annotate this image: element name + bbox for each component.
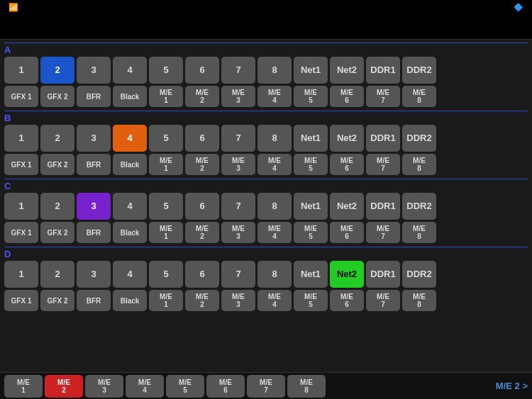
btn-A-row1-0[interactable]: 1 <box>4 57 38 84</box>
btn-A-row2-9[interactable]: M/E6 <box>330 86 364 107</box>
btn-A-row1-3[interactable]: 4 <box>113 57 147 84</box>
btn-B-row2-0[interactable]: GFX 1 <box>4 154 38 175</box>
btn-A-row1-10[interactable]: DDR1 <box>366 57 400 84</box>
btn-B-row2-10[interactable]: M/E7 <box>366 154 400 175</box>
btn-D-row1-1[interactable]: 2 <box>40 261 74 288</box>
btn-D-row2-6[interactable]: M/E3 <box>221 290 255 311</box>
btn-C-row1-7[interactable]: 8 <box>257 193 292 220</box>
btn-D-row1-0[interactable]: 1 <box>4 261 38 288</box>
btn-A-row2-1[interactable]: GFX 2 <box>40 86 74 107</box>
btn-A-row2-0[interactable]: GFX 1 <box>4 86 38 107</box>
btn-C-row1-6[interactable]: 7 <box>221 193 255 220</box>
footer-btn-5[interactable]: M/E6 <box>206 375 245 398</box>
footer-btn-1[interactable]: M/E2 <box>45 375 83 398</box>
btn-A-row1-11[interactable]: DDR2 <box>402 57 436 84</box>
btn-B-row1-10[interactable]: DDR1 <box>366 125 400 152</box>
btn-A-row1-5[interactable]: 6 <box>185 57 219 84</box>
btn-D-row2-4[interactable]: M/E1 <box>149 290 183 311</box>
btn-C-row2-3[interactable]: Black <box>113 222 147 243</box>
btn-A-row2-11[interactable]: M/E8 <box>402 86 436 107</box>
footer-nav-label[interactable]: M/E 2 > <box>496 381 528 391</box>
btn-D-row2-9[interactable]: M/E6 <box>330 290 364 311</box>
btn-D-row1-2[interactable]: 3 <box>77 261 111 288</box>
btn-D-row2-7[interactable]: M/E4 <box>257 290 292 311</box>
btn-D-row2-11[interactable]: M/E8 <box>402 290 436 311</box>
btn-D-row2-2[interactable]: BFR <box>77 290 111 311</box>
btn-C-row2-9[interactable]: M/E6 <box>330 222 364 243</box>
btn-A-row2-4[interactable]: M/E1 <box>149 86 183 107</box>
btn-B-row1-2[interactable]: 3 <box>77 125 111 152</box>
btn-B-row2-1[interactable]: GFX 2 <box>40 154 74 175</box>
footer-btn-0[interactable]: M/E1 <box>4 375 43 398</box>
btn-C-row2-6[interactable]: M/E3 <box>221 222 255 243</box>
btn-B-row1-5[interactable]: 6 <box>185 125 219 152</box>
btn-D-row2-10[interactable]: M/E7 <box>366 290 400 311</box>
btn-C-row2-11[interactable]: M/E8 <box>402 222 436 243</box>
btn-C-row1-1[interactable]: 2 <box>40 193 74 220</box>
footer-btn-3[interactable]: M/E4 <box>126 375 164 398</box>
btn-C-row1-9[interactable]: Net2 <box>330 193 364 220</box>
btn-A-row2-5[interactable]: M/E2 <box>185 86 219 107</box>
btn-C-row1-11[interactable]: DDR2 <box>402 193 436 220</box>
btn-A-row2-7[interactable]: M/E4 <box>257 86 292 107</box>
btn-A-row1-9[interactable]: Net2 <box>330 57 364 84</box>
btn-C-row1-2[interactable]: 3 <box>77 193 111 220</box>
btn-A-row1-4[interactable]: 5 <box>149 57 183 84</box>
btn-C-row1-8[interactable]: Net1 <box>294 193 328 220</box>
btn-D-row1-9[interactable]: Net2 <box>330 261 364 288</box>
btn-A-row2-10[interactable]: M/E7 <box>366 86 400 107</box>
btn-C-row1-3[interactable]: 4 <box>113 193 147 220</box>
btn-B-row1-1[interactable]: 2 <box>40 125 74 152</box>
btn-D-row1-7[interactable]: 8 <box>257 261 292 288</box>
btn-B-row1-4[interactable]: 5 <box>149 125 183 152</box>
btn-D-row1-11[interactable]: DDR2 <box>402 261 436 288</box>
btn-B-row2-6[interactable]: M/E3 <box>221 154 255 175</box>
btn-D-row1-6[interactable]: 7 <box>221 261 255 288</box>
btn-C-row2-4[interactable]: M/E1 <box>149 222 183 243</box>
btn-D-row2-1[interactable]: GFX 2 <box>40 290 74 311</box>
btn-C-row2-8[interactable]: M/E5 <box>294 222 328 243</box>
btn-B-row2-4[interactable]: M/E1 <box>149 154 183 175</box>
btn-A-row2-6[interactable]: M/E3 <box>221 86 255 107</box>
btn-B-row1-3[interactable]: 4 <box>113 125 147 152</box>
btn-A-row1-8[interactable]: Net1 <box>294 57 328 84</box>
btn-C-row2-10[interactable]: M/E7 <box>366 222 400 243</box>
btn-D-row2-5[interactable]: M/E2 <box>185 290 219 311</box>
btn-C-row2-5[interactable]: M/E2 <box>185 222 219 243</box>
btn-B-row1-0[interactable]: 1 <box>4 125 38 152</box>
btn-B-row2-7[interactable]: M/E4 <box>257 154 292 175</box>
btn-D-row1-4[interactable]: 5 <box>149 261 183 288</box>
btn-C-row1-10[interactable]: DDR1 <box>366 193 400 220</box>
btn-A-row2-8[interactable]: M/E5 <box>294 86 328 107</box>
btn-C-row2-2[interactable]: BFR <box>77 222 111 243</box>
footer-btn-6[interactable]: M/E7 <box>247 375 285 398</box>
btn-C-row1-0[interactable]: 1 <box>4 193 38 220</box>
btn-C-row2-0[interactable]: GFX 1 <box>4 222 38 243</box>
btn-B-row2-3[interactable]: Black <box>113 154 147 175</box>
btn-A-row2-3[interactable]: Black <box>113 86 147 107</box>
btn-D-row2-8[interactable]: M/E5 <box>294 290 328 311</box>
footer-btn-7[interactable]: M/E8 <box>287 375 326 398</box>
btn-C-row2-7[interactable]: M/E4 <box>257 222 292 243</box>
btn-B-row2-2[interactable]: BFR <box>77 154 111 175</box>
btn-D-row1-10[interactable]: DDR1 <box>366 261 400 288</box>
btn-B-row2-8[interactable]: M/E5 <box>294 154 328 175</box>
btn-C-row2-1[interactable]: GFX 2 <box>40 222 74 243</box>
btn-A-row2-2[interactable]: BFR <box>77 86 111 107</box>
btn-B-row1-9[interactable]: Net2 <box>330 125 364 152</box>
btn-D-row2-0[interactable]: GFX 1 <box>4 290 38 311</box>
btn-A-row1-7[interactable]: 8 <box>257 57 292 84</box>
btn-D-row1-8[interactable]: Net1 <box>294 261 328 288</box>
btn-D-row2-3[interactable]: Black <box>113 290 147 311</box>
footer-btn-4[interactable]: M/E5 <box>166 375 204 398</box>
btn-B-row1-11[interactable]: DDR2 <box>402 125 436 152</box>
btn-B-row1-8[interactable]: Net1 <box>294 125 328 152</box>
btn-B-row2-11[interactable]: M/E8 <box>402 154 436 175</box>
btn-D-row1-5[interactable]: 6 <box>185 261 219 288</box>
btn-B-row2-9[interactable]: M/E6 <box>330 154 364 175</box>
btn-A-row1-2[interactable]: 3 <box>77 57 111 84</box>
btn-D-row1-3[interactable]: 4 <box>113 261 147 288</box>
btn-C-row1-5[interactable]: 6 <box>185 193 219 220</box>
btn-B-row1-7[interactable]: 8 <box>257 125 292 152</box>
btn-C-row1-4[interactable]: 5 <box>149 193 183 220</box>
